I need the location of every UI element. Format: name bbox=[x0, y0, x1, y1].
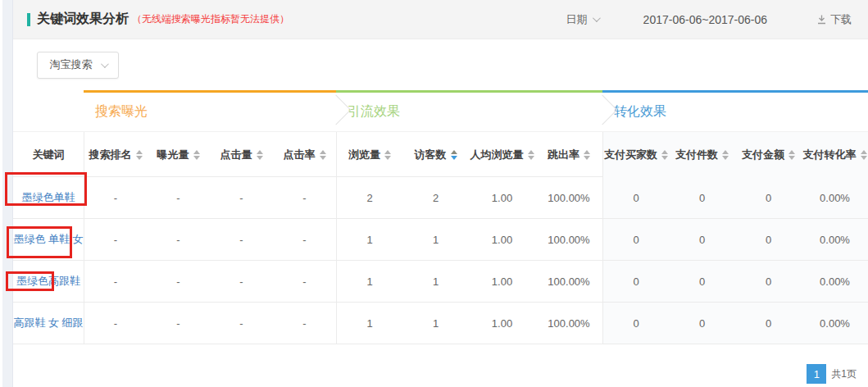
table-cell: 1 bbox=[402, 219, 469, 260]
table-row: 墨绿色单鞋 - - - - 2 2 1.00 100.00% 0 0 0 0.0… bbox=[13, 176, 868, 218]
table-cell: 1 bbox=[402, 303, 469, 344]
sort-icon[interactable] bbox=[320, 150, 326, 160]
group-spacer bbox=[13, 90, 84, 131]
column-header-keyword: 关键词 bbox=[13, 132, 84, 177]
panel-content: 关键词效果分析 （无线端搜索曝光指标暂无法提供） 日期 2017-06-06~2… bbox=[13, 0, 868, 387]
table-cell: - bbox=[84, 177, 147, 218]
table-cell: 100.00% bbox=[535, 219, 602, 260]
group-traffic-effect: 引流效果 bbox=[336, 90, 602, 131]
column-header-visitors[interactable]: 访客数 bbox=[402, 132, 469, 177]
sort-icon[interactable] bbox=[136, 150, 143, 160]
table-cell: 0 bbox=[735, 303, 802, 344]
table-cell: 0 bbox=[669, 177, 735, 218]
sort-icon[interactable] bbox=[861, 150, 867, 160]
table-cell: 0 bbox=[602, 219, 669, 260]
table-cell: 2 bbox=[402, 177, 469, 218]
table-cell: - bbox=[147, 177, 210, 218]
table-cell: 1 bbox=[336, 219, 402, 260]
table-cell: - bbox=[84, 261, 147, 302]
table-cell: 100.00% bbox=[535, 177, 602, 218]
column-label: 支付金额 bbox=[742, 148, 784, 162]
download-icon bbox=[816, 14, 827, 25]
column-header-clicks[interactable]: 点击量 bbox=[210, 132, 273, 177]
sort-icon[interactable] bbox=[722, 150, 729, 160]
sort-icon[interactable] bbox=[528, 150, 534, 160]
table-cell: - bbox=[210, 303, 273, 344]
table-cell: 1.00 bbox=[469, 261, 535, 302]
column-label: 支付转化率 bbox=[803, 148, 857, 162]
column-header-payment-conversion[interactable]: 支付转化率 bbox=[802, 132, 868, 177]
table-cell: 1.00 bbox=[469, 219, 535, 260]
sort-icon[interactable] bbox=[384, 150, 391, 160]
group-conversion-effect: 转化效果 bbox=[602, 90, 868, 131]
column-header-paying-buyers[interactable]: 支付买家数 bbox=[602, 132, 669, 177]
column-label: 关键词 bbox=[33, 148, 65, 162]
column-header-bounce-rate[interactable]: 跳出率 bbox=[535, 132, 602, 177]
keyword-link[interactable]: 墨绿色高跟鞋 bbox=[16, 274, 80, 289]
sort-icon-active-desc[interactable] bbox=[451, 150, 457, 160]
page-button-current[interactable]: 1 bbox=[807, 364, 826, 384]
table-cell: 0 bbox=[602, 303, 669, 344]
keyword-cell: 墨绿色高跟鞋 bbox=[13, 261, 84, 302]
column-header-search-rank[interactable]: 搜索排名 bbox=[84, 132, 147, 177]
table-cell: 1 bbox=[402, 261, 469, 302]
table-cell: 2 bbox=[336, 177, 402, 218]
keyword-table: 搜索曝光 引流效果 转化效果 关键词 搜索排名 曝光量 点击量 点击率 浏览量 … bbox=[13, 90, 868, 344]
header-controls: 日期 2017-06-06~2017-06-06 下载 bbox=[566, 12, 852, 27]
date-range-value: 2017-06-06~2017-06-06 bbox=[643, 13, 767, 26]
pagination: 1 共1页 bbox=[13, 344, 868, 384]
channel-select[interactable]: 淘宝搜索 bbox=[37, 52, 119, 79]
table-cell: 100.00% bbox=[535, 303, 602, 344]
table-cell: 0 bbox=[669, 303, 735, 344]
sort-icon[interactable] bbox=[788, 150, 795, 160]
chevron-down-icon bbox=[100, 60, 108, 68]
table-row: 墨绿色高跟鞋 - - - - 1 1 1.00 100.00% 0 0 0 0.… bbox=[13, 260, 868, 302]
column-header-payment-amount[interactable]: 支付金额 bbox=[735, 132, 802, 177]
column-label: 曝光量 bbox=[157, 148, 189, 162]
sort-icon[interactable] bbox=[661, 150, 668, 160]
column-header-pageviews[interactable]: 浏览量 bbox=[336, 132, 402, 177]
page-total-label: 共1页 bbox=[831, 367, 857, 381]
table-cell: 1 bbox=[336, 261, 402, 302]
column-header-ctr[interactable]: 点击率 bbox=[273, 132, 336, 177]
chevron-down-icon bbox=[593, 14, 601, 22]
title-note: （无线端搜索曝光指标暂无法提供） bbox=[132, 12, 289, 26]
keyword-link[interactable]: 墨绿色 单鞋 女 bbox=[13, 232, 83, 247]
keyword-link[interactable]: 高跟鞋 女 细跟 bbox=[13, 316, 83, 330]
keyword-link[interactable]: 墨绿色单鞋 bbox=[22, 190, 75, 205]
column-header-paid-items[interactable]: 支付件数 bbox=[669, 132, 735, 177]
keyword-analysis-panel: 关键词效果分析 （无线端搜索曝光指标暂无法提供） 日期 2017-06-06~2… bbox=[0, 0, 868, 387]
table-cell: - bbox=[210, 261, 273, 302]
sort-icon[interactable] bbox=[257, 150, 263, 160]
table-cell: 0 bbox=[735, 177, 802, 218]
sort-icon[interactable] bbox=[193, 150, 200, 160]
panel-header: 关键词效果分析 （无线端搜索曝光指标暂无法提供） 日期 2017-06-06~2… bbox=[13, 0, 868, 39]
sort-icon[interactable] bbox=[584, 150, 590, 160]
table-cell: 0 bbox=[735, 261, 802, 302]
table-cell: 0 bbox=[669, 261, 735, 302]
toolbar: 淘宝搜索 bbox=[13, 39, 868, 90]
keyword-cell: 高跟鞋 女 细跟 bbox=[13, 303, 84, 344]
column-label: 浏览量 bbox=[348, 148, 380, 162]
page-title: 关键词效果分析 bbox=[37, 11, 129, 28]
table-cell: 0 bbox=[669, 219, 735, 260]
download-button[interactable]: 下载 bbox=[816, 12, 852, 27]
table-cell: 1.00 bbox=[469, 177, 535, 218]
column-label: 跳出率 bbox=[548, 148, 579, 162]
date-dropdown[interactable]: 日期 bbox=[566, 12, 598, 27]
column-label: 访客数 bbox=[415, 148, 447, 162]
column-label: 点击量 bbox=[220, 148, 252, 162]
column-header-avg-pageviews[interactable]: 人均浏览量 bbox=[469, 132, 535, 177]
table-cell: 0.00% bbox=[802, 303, 868, 344]
table-cell: 0.00% bbox=[802, 261, 868, 302]
table-group-header: 搜索曝光 引流效果 转化效果 bbox=[13, 90, 868, 131]
table-cell: - bbox=[273, 177, 336, 218]
column-label: 支付件数 bbox=[675, 148, 718, 162]
table-cell: 0 bbox=[602, 177, 669, 218]
table-cell: - bbox=[84, 303, 147, 344]
column-header-exposure[interactable]: 曝光量 bbox=[147, 132, 210, 177]
table-cell: - bbox=[273, 261, 336, 302]
table-cell: - bbox=[147, 219, 210, 260]
column-label: 支付买家数 bbox=[604, 148, 657, 162]
table-cell: 0.00% bbox=[802, 219, 868, 260]
